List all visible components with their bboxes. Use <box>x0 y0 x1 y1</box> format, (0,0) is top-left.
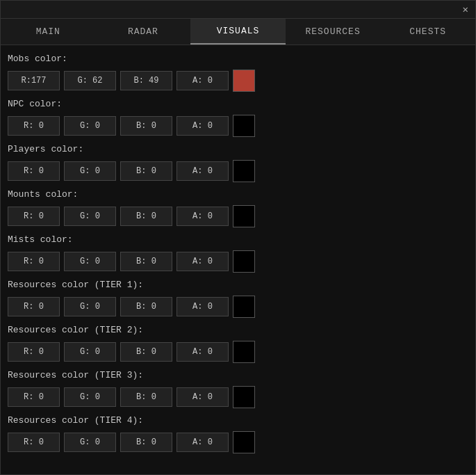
tab-resources[interactable]: RESOURCES <box>286 19 381 45</box>
tab-visuals[interactable]: VISUALS <box>190 19 286 45</box>
g-input-4[interactable]: G: 0 <box>64 252 116 271</box>
color-row-6: R: 0G: 0B: 0A: 0 <box>8 341 468 363</box>
color-swatch-8[interactable] <box>233 431 255 453</box>
b-input-3[interactable]: B: 0 <box>120 207 172 226</box>
tab-radar[interactable]: RADAR <box>96 19 191 45</box>
b-input-0[interactable]: B: 49 <box>120 71 172 90</box>
a-input-8[interactable]: A: 0 <box>177 433 229 452</box>
section-label-1: NPC color: <box>8 99 468 109</box>
color-row-0: R:177G: 62B: 49A: 0 <box>8 70 468 92</box>
b-input-7[interactable]: B: 0 <box>120 387 172 407</box>
color-row-2: R: 0G: 0B: 0A: 0 <box>8 160 468 182</box>
a-input-7[interactable]: A: 0 <box>177 387 229 407</box>
color-swatch-0[interactable] <box>233 70 255 92</box>
g-input-1[interactable]: G: 0 <box>64 116 116 136</box>
color-swatch-3[interactable] <box>233 205 255 227</box>
r-input-1[interactable]: R: 0 <box>8 116 60 136</box>
r-input-8[interactable]: R: 0 <box>8 433 60 452</box>
r-input-4[interactable]: R: 0 <box>8 252 60 271</box>
color-row-4: R: 0G: 0B: 0A: 0 <box>8 250 468 273</box>
color-row-8: R: 0G: 0B: 0A: 0 <box>8 431 468 453</box>
section-label-6: Resources color (TIER 2): <box>8 325 468 335</box>
r-input-6[interactable]: R: 0 <box>8 342 60 362</box>
tab-bar: MAIN RADAR VISUALS RESOURCES CHESTS <box>1 19 475 45</box>
a-input-2[interactable]: A: 0 <box>177 161 229 181</box>
content-area: Mobs color:R:177G: 62B: 49A: 0NPC color:… <box>1 45 475 474</box>
g-input-5[interactable]: G: 0 <box>64 297 116 316</box>
b-input-2[interactable]: B: 0 <box>120 161 172 181</box>
b-input-4[interactable]: B: 0 <box>120 252 172 271</box>
b-input-6[interactable]: B: 0 <box>120 342 172 362</box>
r-input-7[interactable]: R: 0 <box>8 387 60 407</box>
a-input-3[interactable]: A: 0 <box>177 207 229 226</box>
g-input-3[interactable]: G: 0 <box>64 207 116 226</box>
color-swatch-2[interactable] <box>233 160 255 182</box>
color-swatch-5[interactable] <box>233 296 255 318</box>
b-input-1[interactable]: B: 0 <box>120 116 172 136</box>
g-input-2[interactable]: G: 0 <box>64 161 116 181</box>
a-input-5[interactable]: A: 0 <box>177 297 229 316</box>
tab-chests[interactable]: CHESTS <box>380 19 475 45</box>
a-input-1[interactable]: A: 0 <box>177 116 229 136</box>
g-input-8[interactable]: G: 0 <box>64 433 116 452</box>
section-label-5: Resources color (TIER 1): <box>8 280 468 290</box>
r-input-2[interactable]: R: 0 <box>8 161 60 181</box>
color-row-3: R: 0G: 0B: 0A: 0 <box>8 205 468 227</box>
g-input-6[interactable]: G: 0 <box>64 342 116 362</box>
close-button[interactable]: ✕ <box>460 3 471 15</box>
color-row-7: R: 0G: 0B: 0A: 0 <box>8 386 468 408</box>
color-swatch-4[interactable] <box>233 250 255 273</box>
b-input-5[interactable]: B: 0 <box>120 297 172 316</box>
g-input-0[interactable]: G: 62 <box>64 71 116 90</box>
a-input-4[interactable]: A: 0 <box>177 252 229 271</box>
b-input-8[interactable]: B: 0 <box>120 433 172 452</box>
color-row-5: R: 0G: 0B: 0A: 0 <box>8 296 468 318</box>
color-swatch-7[interactable] <box>233 386 255 408</box>
r-input-3[interactable]: R: 0 <box>8 207 60 226</box>
section-label-0: Mobs color: <box>8 54 468 64</box>
tab-main[interactable]: MAIN <box>1 19 96 45</box>
a-input-6[interactable]: A: 0 <box>177 342 229 362</box>
a-input-0[interactable]: A: 0 <box>177 71 229 90</box>
title-bar: ✕ <box>1 1 475 19</box>
color-swatch-6[interactable] <box>233 341 255 363</box>
section-label-4: Mists color: <box>8 234 468 245</box>
main-window: ✕ MAIN RADAR VISUALS RESOURCES CHESTS Mo… <box>0 0 476 475</box>
section-label-7: Resources color (TIER 3): <box>8 370 468 380</box>
section-label-8: Resources color (TIER 4): <box>8 415 468 426</box>
color-swatch-1[interactable] <box>233 115 255 137</box>
color-row-1: R: 0G: 0B: 0A: 0 <box>8 115 468 137</box>
r-input-0[interactable]: R:177 <box>8 71 60 90</box>
section-label-3: Mounts color: <box>8 189 468 200</box>
section-label-2: Players color: <box>8 144 468 154</box>
g-input-7[interactable]: G: 0 <box>64 387 116 407</box>
r-input-5[interactable]: R: 0 <box>8 297 60 316</box>
